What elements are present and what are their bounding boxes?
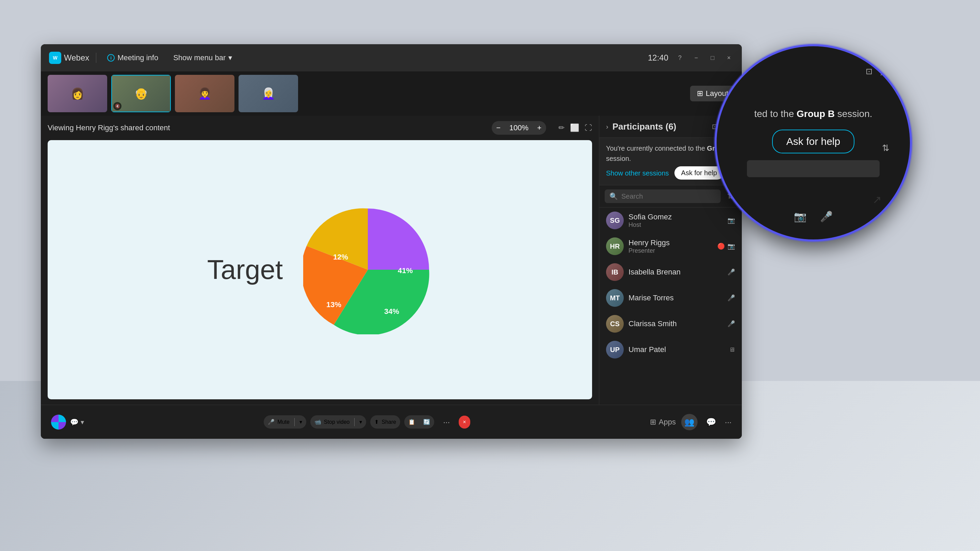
slide-content: Target 41% [194, 192, 446, 348]
participants-panel-button[interactable]: 👥 [681, 414, 698, 430]
zoom-controls: − 100% + [492, 121, 546, 135]
zoom-video-icon[interactable]: 📷 [794, 211, 807, 222]
maximize-button[interactable]: □ [708, 53, 717, 63]
svg-text:34%: 34% [384, 307, 399, 316]
pie-chart-svg: 41% 34% 13% 12% [303, 205, 433, 334]
thumbnail-2[interactable]: 👴 🔇 [111, 75, 171, 112]
show-other-sessions-link[interactable]: Show other sessions [606, 168, 669, 178]
minimize-button[interactable]: − [692, 53, 701, 63]
participant-info-sofia: Sofia Gomez Host [628, 213, 723, 229]
mute-icon-thumb2: 🔇 [113, 102, 121, 110]
video-icon-henry: 📷 [727, 243, 735, 250]
participant-info-clarissa: Clarissa Smith [628, 319, 723, 328]
layout-icon: ⊞ [697, 89, 703, 98]
zoom-overlay-circle: ⊡ × ted to the Group B session. Ask for … [714, 44, 912, 241]
zoom-ask-for-help-button[interactable]: Ask for help [772, 130, 854, 153]
time-display: 12:40 [648, 53, 668, 63]
mute-icon-henry: 🔴 [717, 243, 725, 250]
content-icons: ✏ ⬜ ⛶ [558, 124, 592, 132]
info-icon: i [107, 54, 115, 62]
zoom-close-button[interactable]: × [876, 67, 889, 80]
apps-icon: ⊞ [650, 418, 656, 427]
participant-name-henry: Henry Riggs [628, 238, 713, 247]
mic-icon-marise: 🎤 [727, 294, 735, 302]
panel-title: Participants (6) [612, 121, 676, 132]
screen-icon-umar: 🖥 [729, 346, 735, 353]
mute-chevron-button[interactable]: ▾ [295, 415, 306, 429]
share-button[interactable]: ⬆ Share [370, 415, 400, 429]
webex-status-icon [51, 414, 66, 430]
session-text-pre: You're currently connected to the [606, 144, 707, 152]
participant-item-clarissa[interactable]: CS Clarissa Smith 🎤 [599, 311, 742, 337]
chat-button[interactable]: 💬 ▾ [70, 418, 84, 426]
session-text-post: session. [606, 155, 631, 162]
app-logo: W Webex [49, 52, 89, 64]
participant-role-henry: Presenter [628, 247, 713, 254]
chevron-down-icon: ▾ [228, 53, 232, 62]
zoom-session-text: ted to the Group B session. [754, 108, 872, 119]
participant-item-marise[interactable]: MT Marise Torres 🎤 [599, 285, 742, 311]
mute-divider [294, 418, 295, 426]
viewing-label: Viewing Henry Rigg's shared content [48, 124, 170, 132]
webex-window: W Webex i Meeting info Show menu bar ▾ 1… [41, 44, 742, 439]
message-button[interactable]: 💬 [703, 414, 719, 430]
meeting-info-button[interactable]: i Meeting info [103, 51, 162, 64]
annotation-icon[interactable]: ✏ [558, 124, 565, 132]
zoom-search-bar [747, 160, 880, 177]
participant-info-umar: Umar Patel [628, 345, 724, 354]
bottom-toolbar: 💬 ▾ 🎤 Mute ▾ 📹 Stop video ▾ [41, 405, 742, 439]
zoom-level: 100% [505, 124, 533, 132]
show-menu-bar-button[interactable]: Show menu bar ▾ [169, 51, 236, 64]
zoom-out-button[interactable]: − [492, 121, 505, 135]
video-divider [354, 418, 355, 426]
thumbnail-3[interactable]: 👩‍🦱 [175, 75, 234, 112]
mic-icon-clarissa: 🎤 [727, 320, 735, 327]
clipboard-icon: 📋 [408, 419, 415, 425]
fullscreen-icon[interactable]: ⛶ [585, 124, 592, 132]
participant-name-marise: Marise Torres [628, 294, 723, 302]
content-area: Viewing Henry Rigg's shared content − 10… [41, 116, 599, 405]
participant-item-umar[interactable]: UP Umar Patel 🖥 [599, 337, 742, 362]
participant-info-marise: Marise Torres [628, 294, 723, 302]
session-banner-links: Show other sessions Ask for help [606, 166, 735, 179]
participant-info-isabella: Isabella Brenan [628, 268, 723, 276]
end-button-group: × [459, 416, 470, 429]
search-input[interactable] [621, 192, 716, 200]
participants-icon: 👥 [684, 417, 695, 427]
thumbnail-1[interactable]: 👩 [48, 75, 107, 112]
thumbnail-bg-1: 👩 [48, 75, 107, 112]
end-call-button[interactable]: × [459, 416, 470, 429]
zoom-sort-icon: ⇅ [882, 143, 889, 153]
zoom-mic-icon[interactable]: 🎤 [820, 211, 833, 222]
title-divider [96, 53, 96, 63]
mute-button[interactable]: 🎤 Mute [264, 415, 294, 429]
help-button[interactable]: ? [675, 53, 685, 63]
thumbnail-4[interactable]: 👩‍🦳 [239, 75, 298, 112]
participant-item-isabella[interactable]: IB Isabella Brenan 🎤 [599, 259, 742, 285]
content-header: Viewing Henry Rigg's shared content − 10… [48, 121, 592, 135]
avatar-isabella-brenan: IB [606, 263, 624, 281]
mic-icon: 🎤 [268, 419, 275, 425]
participant-name-clarissa: Clarissa Smith [628, 319, 723, 328]
zoom-in-button[interactable]: + [533, 121, 546, 135]
participant-icons-isabella: 🎤 [727, 268, 735, 276]
screen-icon[interactable]: ⬜ [570, 124, 579, 132]
search-icon: 🔍 [609, 192, 618, 200]
more-options-button[interactable]: ··· [438, 414, 455, 430]
apps-button[interactable]: ⊞ Apps [650, 418, 676, 427]
slide-title: Target [207, 254, 283, 285]
avatar-sofia-gomez: SG [606, 211, 624, 229]
avatar-henry-riggs: HR [606, 237, 624, 255]
stop-video-button[interactable]: 📹 Stop video [310, 415, 354, 429]
more-right-button[interactable]: ··· [725, 417, 732, 427]
clipboard-button[interactable]: 📋 [404, 415, 419, 429]
zoom-expand-button[interactable]: ⊡ [865, 67, 872, 76]
participant-name-sofia: Sofia Gomez [628, 213, 723, 221]
refresh-button[interactable]: 🔄 [419, 415, 434, 429]
participant-icons-marise: 🎤 [727, 294, 735, 302]
extras-button-group: 📋 🔄 [404, 415, 434, 429]
participant-info-henry: Henry Riggs Presenter [628, 238, 713, 254]
participant-name-umar: Umar Patel [628, 345, 724, 354]
video-button-group: 📹 Stop video ▾ [310, 415, 366, 429]
video-chevron-button[interactable]: ▾ [355, 415, 366, 429]
